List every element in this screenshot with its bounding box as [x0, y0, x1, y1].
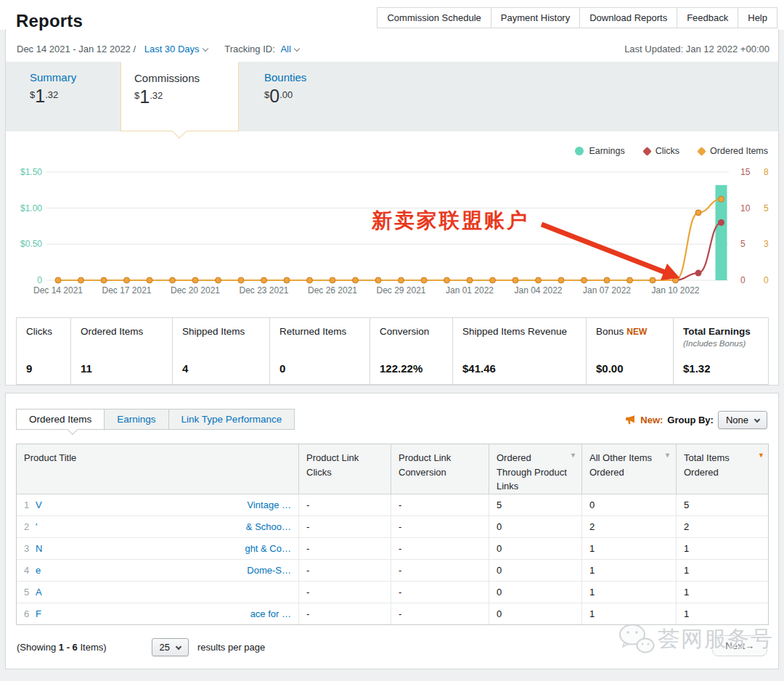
megaphone-icon	[625, 415, 636, 425]
ordered-through-product-links-cell: 5	[489, 494, 581, 515]
results-per-page-label: results per page	[197, 642, 265, 653]
svg-text:Jan 04 2022: Jan 04 2022	[514, 285, 562, 295]
column-header-product-link-conversion: Product Link Conversion	[391, 444, 489, 494]
ordered-through-product-links-cell: 0	[489, 516, 581, 537]
annotation-text: 新卖家联盟账户	[372, 207, 529, 235]
product-link-clicks-cell: -	[298, 538, 391, 559]
product-title-link[interactable]: VVintage …	[36, 494, 291, 515]
stat-clicks: Clicks9	[17, 318, 70, 384]
stat-label: Conversion	[380, 326, 448, 338]
column-header-ordered-through-product-links[interactable]: Ordered Through Product Links▼	[489, 444, 581, 494]
product-link-conversion-cell: -	[391, 603, 489, 624]
svg-text:Dec 17 2021: Dec 17 2021	[102, 285, 151, 295]
table-header: Product TitleProduct Link ClicksProduct …	[17, 444, 768, 494]
product-title-cell: 5A	[17, 582, 298, 603]
summary-tab-label: Summary	[30, 71, 121, 83]
legend-item-clicks: Clicks	[644, 146, 679, 156]
sort-arrow-icon[interactable]: ▼	[570, 451, 576, 461]
product-title-link[interactable]: eDome-S…	[36, 560, 291, 581]
table-row: 1VVintage …--505	[17, 494, 768, 516]
sort-arrow-icon[interactable]: ▼	[664, 451, 671, 461]
summary-tab-bounties[interactable]: Bounties$0.00	[251, 62, 360, 131]
product-title-link[interactable]: Nght & Co…	[36, 538, 291, 559]
stat-value: $0.00	[596, 362, 669, 375]
table-card: Ordered ItemsEarningsLink Type Performan…	[5, 393, 779, 669]
tracking-id-select[interactable]: All	[280, 44, 290, 54]
stat-label: Shipped Items Revenue	[462, 326, 581, 338]
stat-label-wrap: Clicks	[26, 326, 66, 338]
svg-text:5: 5	[764, 203, 769, 213]
sort-arrow-icon[interactable]: ▼	[758, 451, 764, 461]
stats-row: Clicks9Ordered Items11Shipped Items4Retu…	[16, 317, 769, 385]
summary-tab-label: Commissions	[134, 72, 238, 84]
new-badge: NEW	[626, 327, 647, 337]
top-nav-commission-schedule[interactable]: Commission Schedule	[377, 7, 491, 28]
product-title-link[interactable]: A	[36, 582, 291, 603]
svg-text:0: 0	[764, 275, 769, 285]
ordered-through-product-links-cell: 0	[489, 603, 581, 624]
next-page-button[interactable]: Next→	[712, 635, 767, 656]
product-title-cell: 2'& Schoo…	[17, 516, 298, 537]
all-other-items-ordered-cell: 1	[581, 538, 676, 559]
tab-link-type-performance[interactable]: Link Type Performance	[168, 409, 295, 430]
svg-text:Jan 10 2022: Jan 10 2022	[651, 285, 699, 295]
top-nav: Commission SchedulePayment HistoryDownlo…	[377, 7, 777, 28]
stat-label-wrap: Ordered Items	[81, 326, 168, 338]
table-row: 4eDome-S…--011	[17, 560, 768, 582]
column-header-all-other-items-ordered[interactable]: All Other Items Ordered▼	[581, 444, 676, 494]
tracking-id-label: Tracking ID:	[224, 44, 275, 54]
top-nav-help[interactable]: Help	[738, 7, 777, 28]
new-badge: New:	[640, 415, 663, 425]
all-other-items-ordered-cell: 2	[581, 516, 676, 537]
diamond-marker-icon	[642, 147, 652, 156]
svg-text:0: 0	[37, 275, 42, 285]
stat-bonus: BonusNEW$0.00	[586, 318, 673, 384]
stat-label: Returned Items	[279, 326, 365, 338]
svg-text:$1.50: $1.50	[20, 167, 42, 177]
summary-tab-summary[interactable]: Summary$1.32	[17, 62, 121, 131]
summary-tab-value: $1.32	[134, 88, 238, 106]
stat-label: Ordered Items	[81, 326, 168, 338]
ordered-through-product-links-cell: 0	[489, 582, 581, 603]
commissions-report-card: Dec 14 2021 - Jan 12 2022 / Last 30 Days…	[5, 29, 779, 386]
product-link-conversion-cell: -	[391, 538, 489, 559]
total-items-ordered-cell: 1	[676, 538, 769, 559]
svg-text:Dec 23 2021: Dec 23 2021	[239, 285, 288, 295]
top-nav-payment-history[interactable]: Payment History	[491, 7, 580, 28]
summary-tab-commissions[interactable]: Commissions$1.32	[121, 62, 239, 131]
product-title-link[interactable]: Face for …	[36, 603, 291, 624]
chart: EarningsClicksOrdered Items 新卖家联盟账户 $1.5…	[6, 142, 778, 312]
product-link-conversion-cell: -	[391, 494, 489, 515]
stat-label: Clicks	[26, 326, 66, 338]
group-by-select[interactable]: None	[718, 411, 767, 429]
results-per-page-select[interactable]: 25	[152, 638, 189, 656]
diamond-marker-icon	[697, 147, 706, 156]
table-row: 5A--011	[17, 582, 768, 603]
tab-ordered-items[interactable]: Ordered Items	[16, 409, 105, 430]
stat-value: 122.22%	[380, 362, 448, 375]
stat-label-wrap: Shipped Items	[182, 326, 265, 338]
product-link-clicks-cell: -	[298, 494, 391, 515]
table-row: 3Nght & Co…--011	[17, 538, 768, 560]
stat-label-wrap: Conversion	[380, 326, 448, 338]
total-items-ordered-cell: 1	[676, 582, 769, 603]
top-nav-download-reports[interactable]: Download Reports	[579, 7, 677, 28]
stat-value: 9	[26, 362, 66, 375]
stat-conversion: Conversion122.22%	[369, 318, 452, 384]
svg-text:0: 0	[740, 275, 746, 285]
legend-item-earnings: Earnings	[575, 146, 624, 156]
all-other-items-ordered-cell: 0	[581, 494, 676, 515]
product-link-clicks-cell: -	[298, 603, 391, 624]
tab-earnings[interactable]: Earnings	[104, 409, 168, 430]
active-tab-pointer	[172, 124, 187, 139]
stat-value: $1.32	[683, 362, 764, 375]
top-nav-feedback[interactable]: Feedback	[677, 7, 738, 28]
product-title-link[interactable]: '& Schoo…	[36, 516, 291, 537]
product-title-cell: 4eDome-S…	[17, 560, 298, 581]
stat-returned-items: Returned Items0	[269, 318, 369, 384]
last-updated: Last Updated: Jan 12 2022 +00:00	[624, 44, 769, 54]
product-link-clicks-cell: -	[298, 582, 391, 603]
product-title-cell: 1VVintage …	[17, 494, 298, 515]
date-range-select[interactable]: Last 30 Days	[144, 44, 200, 54]
column-header-total-items-ordered[interactable]: Total Items Ordered▼	[676, 444, 769, 494]
